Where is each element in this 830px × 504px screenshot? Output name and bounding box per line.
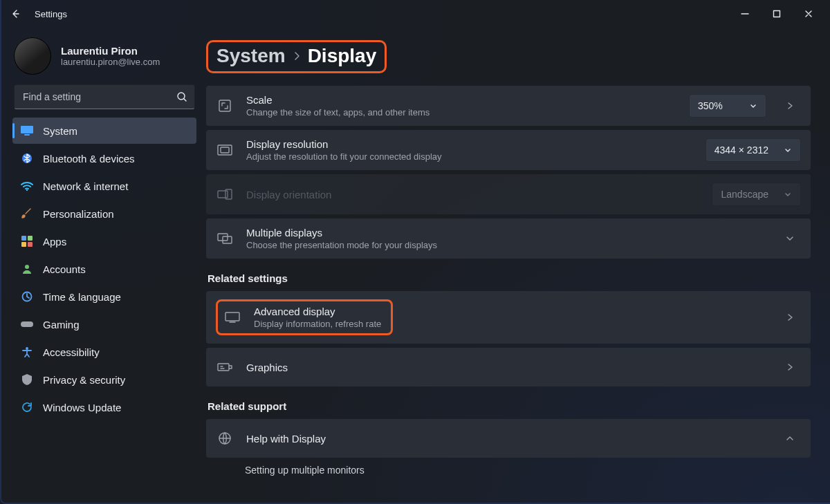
support-link-setup-monitors[interactable]: Setting up multiple monitors — [206, 462, 811, 476]
select-value: 4344 × 2312 — [714, 144, 768, 156]
chevron-right-icon — [785, 362, 795, 372]
person-icon — [21, 263, 33, 275]
setting-resolution[interactable]: Display resolution Adjust the resolution… — [206, 130, 811, 170]
sidebar-item-network[interactable]: Network & internet — [12, 173, 196, 199]
wifi-icon — [21, 180, 33, 192]
orientation-select: Landscape — [712, 183, 801, 206]
sidebar-item-accounts[interactable]: Accounts — [12, 256, 196, 282]
open-button[interactable] — [779, 312, 801, 322]
svg-rect-0 — [774, 11, 780, 17]
sidebar-item-gaming[interactable]: Gaming — [12, 311, 196, 337]
setting-title: Help with Display — [246, 433, 766, 445]
clock-icon — [21, 290, 33, 303]
sidebar-item-label: Windows Update — [43, 402, 121, 413]
svg-rect-17 — [218, 191, 228, 198]
svg-rect-16 — [221, 147, 229, 153]
arrow-left-icon — [10, 8, 21, 19]
setting-advanced-display[interactable]: Advanced display Display information, re… — [206, 291, 811, 344]
svg-rect-6 — [21, 236, 26, 241]
maximize-button[interactable] — [761, 3, 793, 25]
expand-button[interactable] — [779, 101, 801, 111]
sidebar-item-bluetooth[interactable]: Bluetooth & devices — [12, 145, 196, 171]
multiple-displays-icon — [216, 233, 234, 244]
setting-graphics[interactable]: Graphics — [206, 348, 811, 386]
svg-rect-12 — [21, 321, 33, 327]
graphics-icon — [216, 362, 234, 373]
sidebar-item-privacy[interactable]: Privacy & security — [12, 366, 196, 393]
account-block[interactable]: Laurentiu Piron laurentiu.piron@live.com — [14, 37, 196, 75]
setting-desc: Change the size of text, apps, and other… — [246, 107, 676, 118]
resolution-select[interactable]: 4344 × 2312 — [706, 138, 801, 162]
setting-title: Display orientation — [246, 189, 699, 200]
svg-rect-14 — [219, 100, 230, 111]
setting-orientation: Display orientation Landscape — [206, 174, 811, 214]
setting-scale[interactable]: Scale Change the size of text, apps, and… — [206, 86, 811, 126]
setting-desc: Choose the presentation mode for your di… — [246, 240, 766, 250]
chevron-down-icon — [785, 234, 795, 243]
sidebar-item-time-language[interactable]: Time & language — [12, 283, 196, 310]
section-related-support: Related support — [208, 400, 811, 412]
scale-select[interactable]: 350% — [689, 94, 766, 118]
resolution-icon — [216, 144, 234, 156]
content-pane: System Display Scale Change the size of … — [206, 28, 830, 504]
bluetooth-icon — [21, 152, 33, 165]
breadcrumb-current: Display — [308, 45, 377, 67]
svg-rect-8 — [21, 242, 26, 247]
shield-icon — [21, 373, 33, 386]
app-title: Settings — [35, 9, 67, 19]
brush-icon — [21, 207, 33, 220]
section-related-settings: Related settings — [208, 272, 811, 284]
sidebar-item-windows-update[interactable]: Windows Update — [12, 394, 196, 420]
close-icon — [804, 10, 813, 18]
sidebar-item-label: Personalization — [43, 208, 114, 220]
sidebar-item-label: Bluetooth & devices — [43, 153, 135, 165]
gamepad-icon — [21, 318, 33, 330]
svg-rect-3 — [24, 134, 30, 136]
chevron-right-icon — [785, 312, 795, 322]
sidebar-item-apps[interactable]: Apps — [12, 228, 196, 254]
svg-point-10 — [25, 265, 29, 269]
chevron-down-icon — [784, 146, 792, 154]
svg-rect-9 — [28, 242, 33, 247]
select-value: 350% — [698, 100, 723, 111]
chevron-up-icon — [785, 433, 795, 443]
setting-desc: Display information, refresh rate — [254, 319, 381, 329]
open-button[interactable] — [779, 362, 801, 372]
search-input[interactable] — [21, 91, 171, 103]
setting-desc: Adjust the resolution to fit your connec… — [246, 151, 693, 162]
sidebar-item-label: Accessibility — [43, 346, 100, 358]
chevron-down-icon — [749, 102, 757, 110]
collapse-button[interactable] — [779, 433, 801, 443]
svg-rect-7 — [28, 236, 33, 241]
expand-button[interactable] — [779, 234, 801, 243]
sidebar-item-label: Apps — [43, 236, 66, 248]
accessibility-icon — [21, 346, 33, 358]
update-icon — [21, 401, 33, 413]
svg-point-5 — [26, 189, 28, 191]
monitor-icon — [21, 124, 33, 137]
window-controls — [729, 3, 824, 25]
sidebar-nav: System Bluetooth & devices Network & int… — [12, 118, 196, 420]
sidebar-item-personalization[interactable]: Personalization — [12, 200, 196, 227]
display-icon — [223, 312, 241, 323]
sidebar-item-label: Accounts — [43, 263, 86, 275]
account-email: laurentiu.piron@live.com — [61, 57, 160, 67]
chevron-right-icon — [785, 101, 795, 111]
scale-icon — [216, 99, 234, 113]
support-help-display[interactable]: Help with Display — [206, 419, 811, 458]
svg-point-13 — [26, 347, 28, 350]
support-link-label: Setting up multiple monitors — [245, 465, 801, 476]
search-box[interactable] — [14, 84, 195, 109]
minimize-button[interactable] — [729, 3, 761, 25]
setting-title: Advanced display — [254, 306, 381, 317]
apps-icon — [21, 235, 33, 248]
close-button[interactable] — [793, 3, 824, 25]
sidebar-item-label: Privacy & security — [43, 374, 125, 386]
sidebar-item-system[interactable]: System — [12, 118, 196, 144]
chevron-down-icon — [784, 190, 792, 198]
breadcrumb-parent[interactable]: System — [216, 45, 286, 67]
back-button[interactable] — [6, 4, 25, 24]
setting-multiple-displays[interactable]: Multiple displays Choose the presentatio… — [206, 218, 811, 259]
highlight-advanced-display: Advanced display Display information, re… — [216, 299, 393, 335]
sidebar-item-accessibility[interactable]: Accessibility — [12, 339, 196, 365]
